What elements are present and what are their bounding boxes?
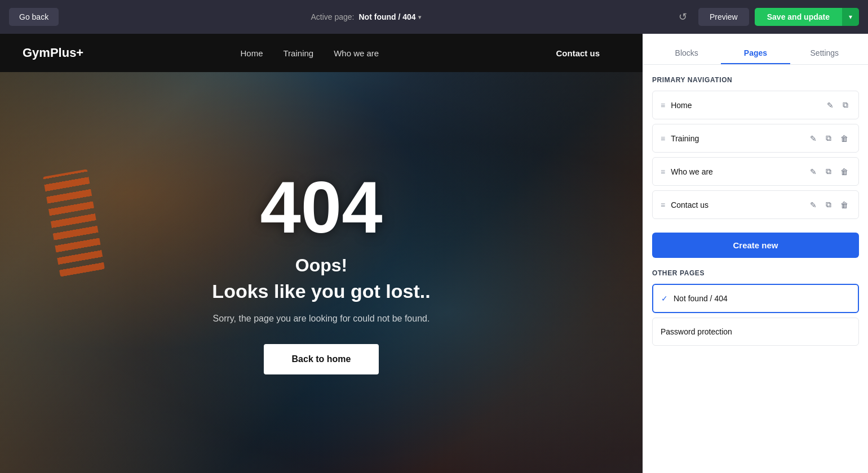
nav-item-contact-us-label: Contact us — [671, 200, 708, 209]
nav-item-home-edit[interactable]: ✎ — [825, 100, 836, 111]
preview-button[interactable]: Preview — [698, 8, 749, 26]
nav-item-home-left: ≡ Home — [661, 101, 692, 110]
nav-item-training-delete[interactable]: 🗑 — [838, 133, 851, 144]
topbar-right: ↺ Preview Save and update ▾ — [673, 7, 859, 26]
nav-item-who-we-are[interactable]: ≡ Who we are ✎ ⧉ 🗑 — [652, 157, 859, 186]
nav-item-contact-us-left: ≡ Contact us — [661, 200, 708, 209]
hero-section: 404 Oops! Looks like you got lost.. Sorr… — [0, 72, 643, 473]
other-page-password-protection[interactable]: Password protection — [652, 318, 859, 346]
right-panel: Blocks Pages Settings PRIMARY NAVIGATION… — [643, 34, 868, 473]
nav-item-who-we-are-label: Who we are — [671, 167, 713, 176]
other-page-not-found-label: Not found / 404 — [674, 294, 728, 303]
nav-item-contact-us-actions: ✎ ⧉ 🗑 — [808, 199, 851, 211]
nav-link-training[interactable]: Training — [284, 48, 314, 58]
nav-item-training-actions: ✎ ⧉ 🗑 — [808, 132, 851, 144]
nav-item-who-we-are-edit[interactable]: ✎ — [808, 166, 819, 177]
main-content: GymPlus+ Home Training Who we are Contac… — [0, 34, 868, 473]
nav-item-contact-us-copy[interactable]: ⧉ — [823, 199, 834, 211]
website-preview: GymPlus+ Home Training Who we are Contac… — [0, 34, 643, 473]
active-page-value-text: Not found / 404 — [359, 12, 416, 21]
nav-item-contact-us-delete[interactable]: 🗑 — [838, 199, 851, 211]
active-page-label: Active page: — [311, 12, 354, 21]
drag-handle-icon-training[interactable]: ≡ — [661, 134, 665, 143]
nav-item-home-actions: ✎ ⧉ — [825, 99, 851, 111]
nav-item-training-label: Training — [671, 134, 699, 143]
save-update-button[interactable]: Save and update — [755, 8, 842, 26]
other-pages-section-label: OTHER PAGES — [652, 269, 859, 277]
nav-item-training-copy[interactable]: ⧉ — [823, 132, 834, 144]
nav-item-who-we-are-actions: ✎ ⧉ 🗑 — [808, 166, 851, 177]
back-to-home-button[interactable]: Back to home — [264, 344, 379, 374]
nav-item-home-label: Home — [671, 101, 692, 110]
hero-content: 404 Oops! Looks like you got lost.. Sorr… — [212, 171, 430, 374]
drag-handle-icon[interactable]: ≡ — [661, 101, 665, 110]
history-button[interactable]: ↺ — [673, 7, 693, 26]
go-back-button[interactable]: Go back — [9, 8, 59, 26]
topbar: Go back Active page: Not found / 404 ▾ ↺… — [0, 0, 868, 34]
site-nav: GymPlus+ Home Training Who we are Contac… — [0, 34, 643, 72]
nav-item-home-copy[interactable]: ⧉ — [840, 99, 851, 111]
drag-handle-icon-contact[interactable]: ≡ — [661, 200, 665, 209]
site-logo: GymPlus+ — [23, 46, 83, 60]
other-page-password-label: Password protection — [661, 327, 732, 336]
tab-blocks[interactable]: Blocks — [652, 43, 721, 64]
nav-link-who-we-are[interactable]: Who we are — [334, 48, 379, 58]
primary-nav-section-label: PRIMARY NAVIGATION — [652, 76, 859, 84]
active-page-selector[interactable]: Not found / 404 ▾ — [359, 12, 421, 21]
nav-item-training-left: ≡ Training — [661, 134, 699, 143]
topbar-center: Active page: Not found / 404 ▾ — [311, 12, 420, 21]
hero-sorry-text: Sorry, the page you are looking for coul… — [212, 314, 430, 324]
site-nav-links: Home Training Who we are — [241, 48, 379, 58]
other-page-not-found[interactable]: ✓ Not found / 404 — [652, 284, 859, 313]
topbar-left: Go back — [9, 8, 59, 26]
tab-pages[interactable]: Pages — [721, 43, 790, 64]
nav-item-contact-us[interactable]: ≡ Contact us ✎ ⧉ 🗑 — [652, 190, 859, 219]
tab-settings[interactable]: Settings — [790, 43, 859, 64]
nav-item-training-edit[interactable]: ✎ — [808, 133, 819, 144]
check-icon: ✓ — [661, 294, 668, 303]
contact-us-button[interactable]: Contact us — [535, 34, 620, 72]
panel-tabs: Blocks Pages Settings — [643, 34, 868, 65]
save-update-wrapper: Save and update ▾ — [755, 8, 859, 26]
nav-item-home[interactable]: ≡ Home ✎ ⧉ — [652, 91, 859, 119]
nav-item-training[interactable]: ≡ Training ✎ ⧉ 🗑 — [652, 124, 859, 153]
panel-content: PRIMARY NAVIGATION ≡ Home ✎ ⧉ ≡ Training — [643, 65, 868, 473]
hero-oops-text: Oops! — [212, 255, 430, 276]
hero-404-code: 404 — [212, 171, 430, 244]
create-new-button[interactable]: Create new — [652, 233, 859, 258]
hero-lost-text: Looks like you got lost.. — [212, 280, 430, 302]
drag-handle-icon-who[interactable]: ≡ — [661, 167, 665, 176]
nav-item-who-we-are-delete[interactable]: 🗑 — [838, 166, 851, 177]
chevron-down-icon: ▾ — [418, 14, 421, 20]
nav-item-contact-us-edit[interactable]: ✎ — [808, 199, 819, 211]
nav-item-who-we-are-copy[interactable]: ⧉ — [823, 166, 834, 177]
save-update-arrow-button[interactable]: ▾ — [842, 8, 859, 26]
nav-item-who-we-are-left: ≡ Who we are — [661, 167, 713, 176]
nav-link-home[interactable]: Home — [241, 48, 263, 58]
